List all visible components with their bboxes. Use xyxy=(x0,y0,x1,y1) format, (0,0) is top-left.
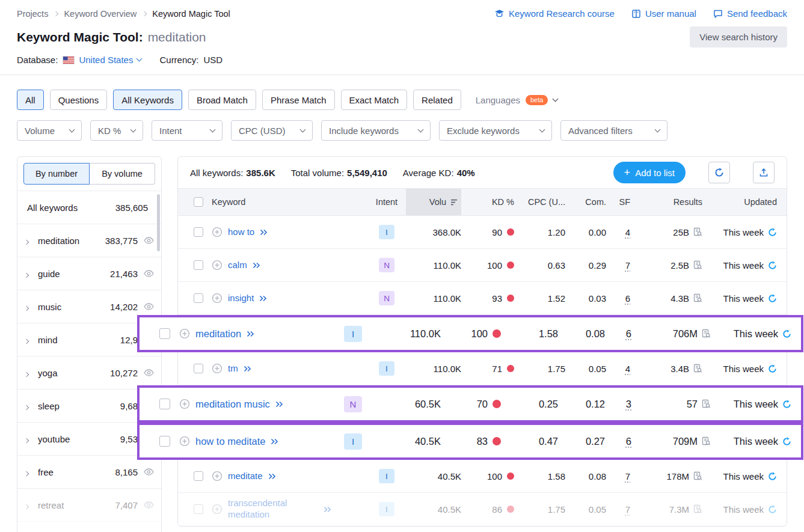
select-all-checkbox[interactable] xyxy=(194,197,203,207)
serp-features-count[interactable]: 6 xyxy=(626,436,631,447)
row-checkbox[interactable] xyxy=(159,399,170,409)
exclude-keywords-filter[interactable]: Exclude keywords xyxy=(439,120,552,141)
refresh-metrics-icon[interactable] xyxy=(768,261,777,270)
tab-phrase-match[interactable]: Phrase Match xyxy=(262,90,335,110)
expand-keyword-icon[interactable] xyxy=(275,401,283,408)
column-header-kd[interactable]: KD % xyxy=(461,197,514,207)
advanced-filters[interactable]: Advanced filters xyxy=(560,120,667,141)
serp-features-count[interactable]: 7 xyxy=(625,504,630,515)
keyword-link[interactable]: calm xyxy=(228,260,247,271)
serp-preview-icon[interactable] xyxy=(693,504,702,514)
serp-features-count[interactable]: 6 xyxy=(625,293,630,304)
keyword-group-row[interactable]: meditation 383,775 xyxy=(17,224,161,257)
expand-group-control[interactable] xyxy=(25,269,38,279)
tab-related[interactable]: Related xyxy=(413,90,461,110)
expand-keyword-icon[interactable] xyxy=(247,331,254,337)
expand-group-control[interactable] xyxy=(25,236,38,246)
keyword-group-row[interactable]: guide 21,463 xyxy=(17,257,161,290)
refresh-metrics-icon[interactable] xyxy=(782,400,791,409)
send-feedback-link[interactable]: Send feedback xyxy=(713,8,787,19)
refresh-metrics-icon[interactable] xyxy=(768,472,777,481)
expand-keyword-icon[interactable] xyxy=(271,438,278,445)
serp-features-count[interactable]: 4 xyxy=(625,364,630,374)
serp-preview-icon[interactable] xyxy=(693,260,702,270)
sidebar-scrollbar[interactable] xyxy=(157,194,160,251)
export-button[interactable] xyxy=(753,162,775,183)
expand-keyword-icon[interactable] xyxy=(259,295,267,302)
serp-preview-icon[interactable] xyxy=(701,399,711,409)
expand-keyword-icon[interactable] xyxy=(324,506,331,513)
serp-features-count[interactable]: 4 xyxy=(625,227,630,237)
tab-all-keywords[interactable]: All Keywords xyxy=(113,90,182,110)
serp-preview-icon[interactable] xyxy=(693,471,702,481)
add-keyword-to-list-icon[interactable] xyxy=(212,504,222,515)
column-header-results[interactable]: Results xyxy=(630,197,702,207)
serp-features-count[interactable]: 6 xyxy=(626,328,631,339)
keyword-link[interactable]: meditation music xyxy=(195,398,270,411)
tab-questions[interactable]: Questions xyxy=(50,90,108,110)
serp-features-count[interactable]: 7 xyxy=(625,260,630,271)
row-checkbox[interactable] xyxy=(159,328,170,339)
add-keyword-to-list-icon[interactable] xyxy=(212,363,222,374)
view-search-history-button[interactable]: View search history xyxy=(690,26,787,47)
row-checkbox[interactable] xyxy=(194,471,203,481)
eye-icon[interactable] xyxy=(144,468,154,475)
tab-all[interactable]: All xyxy=(17,90,44,110)
column-header-keyword[interactable]: Keyword xyxy=(212,197,367,207)
serp-preview-icon[interactable] xyxy=(701,329,711,338)
tab-broad-match[interactable]: Broad Match xyxy=(188,90,256,110)
keyword-research-course-link[interactable]: Keyword Research course xyxy=(494,8,615,19)
serp-preview-icon[interactable] xyxy=(701,436,711,446)
row-checkbox[interactable] xyxy=(194,227,203,237)
add-keyword-to-list-icon[interactable] xyxy=(212,260,222,271)
by-number-button[interactable]: By number xyxy=(23,163,90,185)
column-header-com[interactable]: Com. xyxy=(565,197,606,207)
column-header-volume[interactable]: Volu xyxy=(406,189,461,215)
breadcrumb-keyword-overview[interactable]: Keyword Overview xyxy=(64,9,137,19)
keyword-link[interactable]: how to meditate xyxy=(195,435,265,448)
add-to-list-button[interactable]: + Add to list xyxy=(613,162,686,183)
expand-keyword-icon[interactable] xyxy=(260,229,268,236)
keyword-group-row[interactable]: free 8,165 xyxy=(17,456,161,489)
languages-dropdown[interactable]: Languages beta xyxy=(476,95,558,105)
keyword-group-row[interactable]: retreat 7,407 xyxy=(17,489,161,522)
refresh-metrics-icon[interactable] xyxy=(768,294,777,303)
expand-group-control[interactable] xyxy=(25,434,38,444)
refresh-table-button[interactable] xyxy=(708,162,730,183)
cpc-filter[interactable]: CPC (USD) xyxy=(231,120,313,141)
expand-keyword-icon[interactable] xyxy=(244,365,251,372)
row-checkbox[interactable] xyxy=(194,293,203,303)
add-keyword-to-list-icon[interactable] xyxy=(179,436,190,447)
add-keyword-to-list-icon[interactable] xyxy=(212,227,222,237)
serp-preview-icon[interactable] xyxy=(693,364,702,373)
refresh-metrics-icon[interactable] xyxy=(768,364,777,373)
refresh-metrics-icon[interactable] xyxy=(768,228,777,237)
keyword-link[interactable]: how to xyxy=(228,227,254,238)
expand-group-control[interactable] xyxy=(25,500,38,510)
refresh-metrics-icon[interactable] xyxy=(768,505,777,514)
keyword-group-row[interactable]: yoga 10,272 xyxy=(17,356,161,390)
kd-filter[interactable]: KD % xyxy=(90,120,143,141)
expand-group-control[interactable] xyxy=(25,467,38,477)
refresh-metrics-icon[interactable] xyxy=(782,329,791,338)
volume-filter[interactable]: Volume xyxy=(17,120,82,141)
eye-icon[interactable] xyxy=(144,237,154,244)
intent-filter[interactable]: Intent xyxy=(152,120,222,141)
expand-group-control[interactable] xyxy=(25,302,38,312)
expand-group-control[interactable] xyxy=(25,368,38,378)
row-checkbox[interactable] xyxy=(194,364,203,373)
keyword-link[interactable]: meditation xyxy=(195,328,241,340)
add-keyword-to-list-icon[interactable] xyxy=(212,293,222,304)
eye-icon[interactable] xyxy=(144,501,154,509)
refresh-metrics-icon[interactable] xyxy=(782,437,791,446)
add-keyword-to-list-icon[interactable] xyxy=(179,399,190,409)
serp-features-count[interactable]: 3 xyxy=(626,399,631,409)
row-checkbox[interactable] xyxy=(194,504,203,514)
expand-keyword-icon[interactable] xyxy=(253,262,260,269)
column-header-intent[interactable]: Intent xyxy=(367,197,406,207)
column-header-cpc[interactable]: CPC (U... xyxy=(514,197,565,207)
expand-group-control[interactable] xyxy=(25,401,38,411)
all-keywords-row[interactable]: All keywords 385,605 xyxy=(17,191,161,224)
by-volume-button[interactable]: By volume xyxy=(90,163,155,185)
include-keywords-filter[interactable]: Include keywords xyxy=(321,120,431,141)
